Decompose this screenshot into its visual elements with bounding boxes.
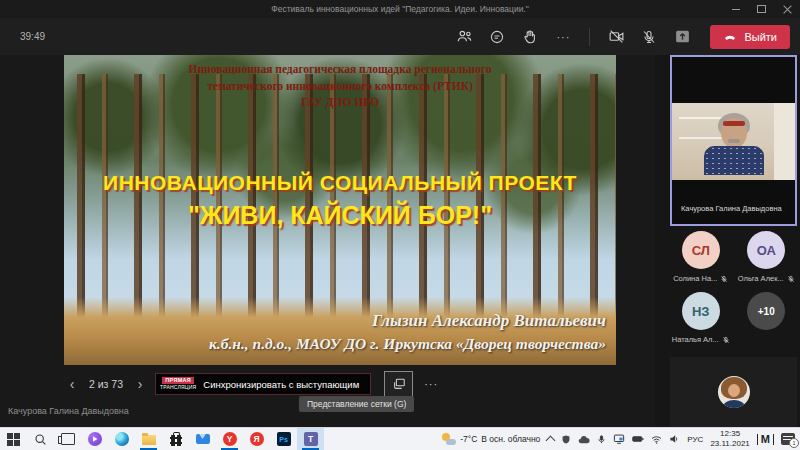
meeting-timer: 39:49 bbox=[20, 31, 45, 42]
display-project-icon[interactable] bbox=[613, 434, 625, 444]
tray-overflow-icon[interactable] bbox=[546, 436, 556, 446]
minimize-icon[interactable] bbox=[732, 9, 740, 10]
avatar-initials: ОА bbox=[747, 231, 785, 269]
overflow-count: +10 bbox=[747, 292, 785, 330]
m-logo-icon[interactable]: М bbox=[757, 434, 774, 445]
raise-hand-icon[interactable] bbox=[519, 26, 541, 48]
notification-badge: 1 bbox=[789, 438, 799, 448]
self-video-tile[interactable] bbox=[670, 357, 797, 427]
video-background-window bbox=[774, 103, 795, 180]
window-controls bbox=[732, 0, 792, 18]
shared-slide: Инновационная педагогическая площадка ре… bbox=[64, 55, 616, 365]
store-bag-icon bbox=[170, 435, 182, 446]
participants-icon[interactable] bbox=[453, 26, 475, 48]
windows-taskbar: Y Я Ps T -7°C В осн. облачно bbox=[0, 427, 800, 450]
more-options-icon[interactable]: ··· bbox=[552, 26, 574, 48]
sync-to-presenter-button[interactable]: ПРЯМАЯ ТРАНСЛЯЦИЯ Синхронизировать с выс… bbox=[155, 373, 371, 394]
weather-widget[interactable]: -7°C В осн. облачно bbox=[442, 433, 540, 445]
search-button[interactable] bbox=[27, 428, 54, 450]
microsoft-store-button[interactable] bbox=[162, 428, 189, 450]
photoshop-icon: Ps bbox=[277, 432, 291, 446]
meeting-toolbar: 39:49 ··· bbox=[0, 18, 800, 55]
teams-button[interactable]: T bbox=[297, 428, 324, 450]
meeting-stage: Инновационная педагогическая площадка ре… bbox=[0, 55, 655, 428]
language-indicator[interactable]: РУС bbox=[687, 435, 703, 444]
battery-icon[interactable] bbox=[632, 435, 644, 443]
camera-off-icon[interactable] bbox=[605, 26, 627, 48]
weather-desc: В осн. облачно bbox=[481, 434, 540, 444]
start-button[interactable] bbox=[0, 428, 27, 450]
participant-avatar[interactable]: НЗ Наталья Ал... bbox=[668, 292, 734, 344]
grid-view-button[interactable] bbox=[384, 371, 413, 398]
taskbar-apps: Y Я Ps T bbox=[0, 428, 324, 450]
share-screen-icon[interactable] bbox=[671, 26, 693, 48]
speaker-person bbox=[699, 115, 769, 175]
self-avatar bbox=[718, 376, 750, 408]
presentation-controls: ‹ 2 из 73 › ПРЯМАЯ ТРАНСЛЯЦИЯ Синхронизи… bbox=[64, 371, 438, 397]
avatar-initials: НЗ bbox=[682, 292, 720, 330]
presentation-more-icon[interactable]: ··· bbox=[424, 378, 438, 390]
weather-temp: -7°C bbox=[460, 434, 477, 444]
onedrive-cloud-icon[interactable] bbox=[578, 435, 590, 444]
weather-icon bbox=[442, 433, 456, 445]
overflow-participants-avatar[interactable]: +10 bbox=[734, 292, 800, 344]
defender-shield-icon[interactable] bbox=[561, 434, 571, 445]
participant-avatar[interactable]: СЛ Солина На... bbox=[668, 231, 734, 283]
leave-button-label: Выйти bbox=[744, 31, 777, 43]
task-view-button[interactable] bbox=[54, 428, 81, 450]
yandex-browser-button[interactable]: Y bbox=[216, 428, 243, 450]
notification-center-icon[interactable]: 1 bbox=[781, 433, 795, 445]
toolbar-divider bbox=[589, 28, 590, 46]
clock-date: 23.11.2021 bbox=[710, 439, 749, 449]
alice-icon bbox=[88, 432, 102, 446]
active-speaker-video-tile[interactable]: Качурова Галина Давыдовна bbox=[670, 55, 797, 226]
volume-icon[interactable] bbox=[669, 434, 680, 444]
participant-name-label: Наталья Ал... bbox=[672, 335, 719, 344]
avatar-initials: СЛ bbox=[682, 231, 720, 269]
slide-page-counter: 2 из 73 bbox=[87, 378, 125, 390]
mic-off-icon[interactable] bbox=[638, 26, 660, 48]
participant-avatar[interactable]: ОА Ольга Алек... bbox=[734, 231, 800, 283]
maximize-icon[interactable] bbox=[757, 5, 766, 13]
taskbar-clock[interactable]: 12:35 23.11.2021 bbox=[710, 429, 749, 448]
search-icon bbox=[34, 433, 47, 446]
mail-button[interactable] bbox=[189, 428, 216, 450]
yandex-app-button[interactable]: Я bbox=[243, 428, 270, 450]
photoshop-button[interactable]: Ps bbox=[270, 428, 297, 450]
edge-icon bbox=[115, 432, 129, 446]
slide-title: ИННОВАЦИОННЫЙ СОЦИАЛЬНЫЙ ПРОЕКТ "ЖИВИ, К… bbox=[64, 171, 616, 230]
yandex-icon: Я bbox=[250, 432, 264, 446]
mic-muted-icon bbox=[722, 336, 730, 344]
participant-name-label: Солина На... bbox=[673, 274, 717, 283]
window-titlebar: Фестиваль инновационных идей "Педагогика… bbox=[0, 0, 800, 18]
glasses-on-forehead bbox=[723, 121, 745, 126]
participants-sidebar: Качурова Галина Давыдовна СЛ Солина На..… bbox=[655, 55, 800, 428]
meeting-toolbar-actions: ··· bbox=[453, 25, 800, 49]
mic-muted-icon bbox=[787, 275, 795, 283]
participant-name-label: Ольга Алек... bbox=[738, 274, 784, 283]
teams-icon: T bbox=[304, 432, 318, 446]
clock-time: 12:35 bbox=[710, 429, 749, 439]
folder-icon bbox=[142, 435, 156, 445]
close-icon[interactable] bbox=[783, 5, 792, 14]
live-broadcast-badge: ПРЯМАЯ ТРАНСЛЯЦИЯ bbox=[160, 377, 196, 390]
presenter-name-label: Качурова Галина Давыдовна bbox=[8, 406, 129, 416]
teams-meeting-window: Фестиваль инновационных идей "Педагогика… bbox=[0, 0, 800, 450]
window-title: Фестиваль инновационных идей "Педагогика… bbox=[271, 4, 529, 14]
sync-button-label: Синхронизировать с выступающим bbox=[203, 379, 359, 390]
speaker-video-feed bbox=[672, 103, 795, 180]
edge-button[interactable] bbox=[108, 428, 135, 450]
chat-icon[interactable] bbox=[486, 26, 508, 48]
slide-author: Глызин Александр Витальевич к.б.н., п.д.… bbox=[74, 311, 606, 353]
network-wifi-icon[interactable] bbox=[651, 435, 662, 444]
alice-assistant-button[interactable] bbox=[81, 428, 108, 450]
next-slide-icon[interactable]: › bbox=[132, 376, 148, 392]
grid-view-icon bbox=[392, 377, 406, 391]
file-explorer-button[interactable] bbox=[135, 428, 162, 450]
windows-logo-icon bbox=[7, 433, 20, 446]
tray-mic-icon[interactable] bbox=[597, 434, 606, 445]
leave-button[interactable]: Выйти bbox=[710, 25, 790, 49]
previous-slide-icon[interactable]: ‹ bbox=[64, 376, 80, 392]
grid-view-tooltip: Представление сетки (G) bbox=[299, 396, 414, 412]
mail-envelope-icon bbox=[196, 434, 210, 444]
